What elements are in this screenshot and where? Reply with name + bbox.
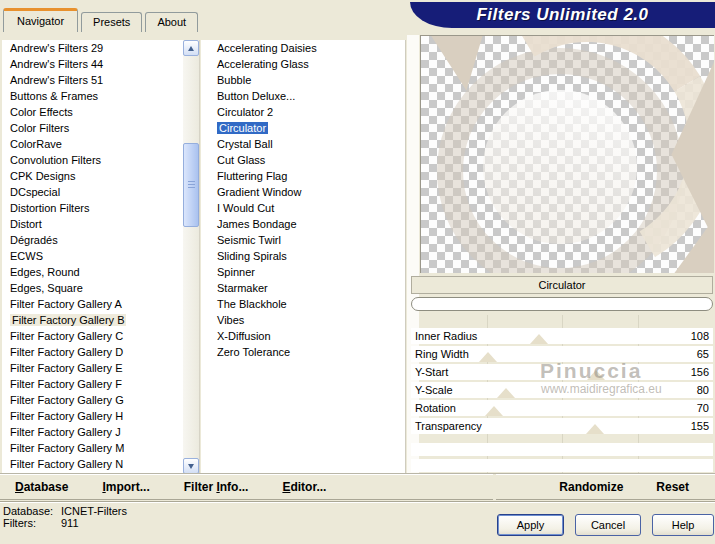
category-item[interactable]: Dégradés xyxy=(2,232,199,248)
filter-item[interactable]: Vibes xyxy=(201,312,405,328)
category-item[interactable]: Filter Factory Gallery D xyxy=(2,344,199,360)
category-listbox[interactable]: Andrew's Filters 29Andrew's Filters 44An… xyxy=(2,40,200,474)
filter-item[interactable]: Cut Glass xyxy=(201,152,405,168)
tab-about[interactable]: About xyxy=(145,12,198,32)
filter-item-label: Bubble xyxy=(217,74,251,86)
filter-item-label: Spinner xyxy=(217,266,255,278)
filter-item[interactable]: Circulator 2 xyxy=(201,104,405,120)
toolbar-reset[interactable]: Reset xyxy=(656,480,689,494)
filter-item[interactable]: Starmaker xyxy=(201,280,405,296)
filter-item[interactable]: Gradient Window xyxy=(201,184,405,200)
category-item[interactable]: Convolution Filters xyxy=(2,152,199,168)
category-item[interactable]: Filter Factory Gallery M xyxy=(2,440,199,456)
filter-item[interactable]: The Blackhole xyxy=(201,296,405,312)
toolbar-left: DatabaseImport...Filter Info...Editor... xyxy=(0,474,493,500)
filter-item[interactable]: Fluttering Flag xyxy=(201,168,405,184)
category-item-label: Color Filters xyxy=(10,122,69,134)
slider-thumb[interactable] xyxy=(479,352,497,362)
filter-item-label: Seismic Twirl xyxy=(217,234,281,246)
filter-item-label: Gradient Window xyxy=(217,186,301,198)
slider-thumb[interactable] xyxy=(530,334,548,344)
filter-item[interactable]: X-Diffusion xyxy=(201,328,405,344)
category-item[interactable]: Filter Factory Gallery E xyxy=(2,360,199,376)
apply-button[interactable]: Apply xyxy=(497,514,564,536)
category-scrollbar[interactable] xyxy=(183,40,199,474)
slider-value: 80 xyxy=(697,382,709,398)
category-item[interactable]: ColorRave xyxy=(2,136,199,152)
category-item-label: Filter Factory Gallery J xyxy=(10,426,121,438)
filter-item-label: Vibes xyxy=(217,314,244,326)
filter-item[interactable]: Accelerating Daisies xyxy=(201,40,405,56)
slider-thumb[interactable] xyxy=(485,406,503,416)
slider-inner-radius[interactable]: Inner Radius108 xyxy=(411,328,713,344)
toolbar-editor[interactable]: Editor... xyxy=(282,480,326,494)
category-item[interactable]: Distort xyxy=(2,216,199,232)
category-item[interactable]: Filter Factory Gallery F xyxy=(2,376,199,392)
category-item-label: Filter Factory Gallery B xyxy=(10,314,126,326)
filter-item[interactable]: Spinner xyxy=(201,264,405,280)
category-item[interactable]: Color Filters xyxy=(2,120,199,136)
progress-bar xyxy=(411,297,713,311)
arrow-up-icon xyxy=(188,46,194,51)
slider-rotation[interactable]: Rotation70 xyxy=(411,400,713,416)
slider-thumb[interactable] xyxy=(586,424,604,434)
toolbar-filter-info[interactable]: Filter Info... xyxy=(184,480,249,494)
category-item[interactable]: CPK Designs xyxy=(2,168,199,184)
tab-presets[interactable]: Presets xyxy=(81,12,142,32)
category-item[interactable]: Filter Factory Gallery A xyxy=(2,296,199,312)
status-value: ICNET-Filters xyxy=(61,505,127,517)
status-row: Filters:911 xyxy=(3,517,127,529)
category-item[interactable]: Filter Factory Gallery G xyxy=(2,392,199,408)
filter-item-label: James Bondage xyxy=(217,218,297,230)
slider-value: 70 xyxy=(697,400,709,416)
filter-item[interactable]: Accelerating Glass xyxy=(201,56,405,72)
slider-label: Ring Width xyxy=(415,346,469,362)
scroll-down-button[interactable] xyxy=(183,458,199,474)
category-item[interactable]: ECWS xyxy=(2,248,199,264)
filter-item[interactable]: Crystal Ball xyxy=(201,136,405,152)
category-item[interactable]: Color Effects xyxy=(2,104,199,120)
selected-filter-name: Circulator xyxy=(538,279,585,291)
filter-item[interactable]: I Would Cut xyxy=(201,200,405,216)
cancel-button[interactable]: Cancel xyxy=(575,514,641,536)
category-item[interactable]: Andrew's Filters 51 xyxy=(2,72,199,88)
scrollbar-thumb[interactable] xyxy=(183,143,199,227)
slider-transparency[interactable]: Transparency155 xyxy=(411,418,713,434)
watermark-url: www.maidiregrafica.eu xyxy=(541,382,662,396)
filter-item[interactable]: Sliding Spirals xyxy=(201,248,405,264)
category-item[interactable]: Filter Factory Gallery H xyxy=(2,408,199,424)
tab-bar: NavigatorPresetsAbout xyxy=(3,8,201,32)
tab-navigator[interactable]: Navigator xyxy=(3,8,78,32)
help-button[interactable]: Help xyxy=(652,514,714,536)
filter-item[interactable]: Seismic Twirl xyxy=(201,232,405,248)
filter-item[interactable]: Button Deluxe... xyxy=(201,88,405,104)
slider-thumb[interactable] xyxy=(497,388,515,398)
toolbar-randomize[interactable]: Randomize xyxy=(559,480,623,494)
category-item[interactable]: Filter Factory Gallery C xyxy=(2,328,199,344)
category-item[interactable]: Edges, Round xyxy=(2,264,199,280)
filter-item[interactable]: Bubble xyxy=(201,72,405,88)
category-item[interactable]: Edges, Square xyxy=(2,280,199,296)
category-item[interactable]: Distortion Filters xyxy=(2,200,199,216)
category-item[interactable]: Andrew's Filters 29 xyxy=(2,40,199,56)
category-item-label: CPK Designs xyxy=(10,170,75,182)
filter-listbox[interactable]: Accelerating DaisiesAccelerating GlassBu… xyxy=(201,40,406,474)
toolbar-database[interactable]: Database xyxy=(15,480,68,494)
filter-item-label: Fluttering Flag xyxy=(217,170,287,182)
category-item[interactable]: Filter Factory Gallery N xyxy=(2,456,199,472)
scroll-up-button[interactable] xyxy=(183,40,199,56)
category-item-label: Filter Factory Gallery H xyxy=(10,410,123,422)
category-item[interactable]: Andrew's Filters 44 xyxy=(2,56,199,72)
filter-item[interactable]: James Bondage xyxy=(201,216,405,232)
filter-item-label: X-Diffusion xyxy=(217,330,271,342)
toolbar-import[interactable]: Import... xyxy=(102,480,149,494)
filter-item[interactable]: Zero Tolerance xyxy=(201,344,405,360)
slider-label: Y-Scale xyxy=(415,382,453,398)
filter-item-label: Crystal Ball xyxy=(217,138,273,150)
category-item-label: Andrew's Filters 51 xyxy=(10,74,103,86)
category-item[interactable]: DCspecial xyxy=(2,184,199,200)
category-item[interactable]: Filter Factory Gallery J xyxy=(2,424,199,440)
category-item[interactable]: Buttons & Frames xyxy=(2,88,199,104)
category-item[interactable]: Filter Factory Gallery B xyxy=(2,312,199,328)
filter-item[interactable]: Circulator xyxy=(201,120,405,136)
